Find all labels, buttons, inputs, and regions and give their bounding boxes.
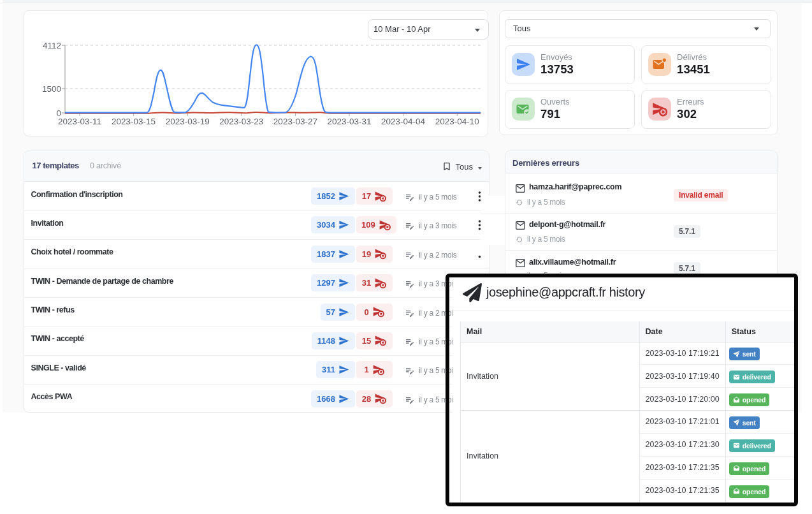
svg-text:1500: 1500 (42, 84, 61, 94)
svg-text:2023-03-27: 2023-03-27 (273, 117, 317, 126)
svg-text:2023-03-15: 2023-03-15 (112, 117, 156, 126)
svg-text:2023-03-11: 2023-03-11 (58, 117, 101, 126)
svg-text:2023-03-23: 2023-03-23 (219, 117, 263, 126)
svg-text:4112: 4112 (43, 41, 61, 50)
svg-text:2023-04-04: 2023-04-04 (381, 117, 426, 126)
svg-text:2023-04-10: 2023-04-10 (435, 117, 479, 126)
svg-text:2023-03-31: 2023-03-31 (327, 117, 371, 126)
svg-text:2023-03-19: 2023-03-19 (166, 117, 210, 126)
